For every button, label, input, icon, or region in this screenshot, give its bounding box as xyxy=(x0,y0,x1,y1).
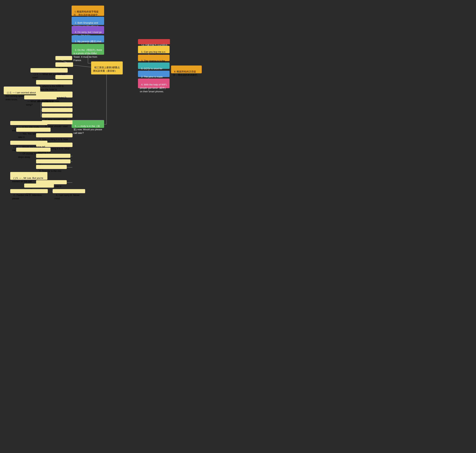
q4-optA: A. how many stops there are xyxy=(36,154,70,158)
right-q5: 5. CCTV is short for China C Television. xyxy=(138,63,170,69)
section1-q3: 3. On the（明信片), there is a photo of the … xyxy=(72,44,104,55)
q5-optA: A. I am sorry B. Never mind xyxy=(53,189,85,193)
q3-optA: A. how exciting it is B. how exciting is… xyxy=(36,133,73,137)
right-q1: 1. Can you buy me a s when you walk past… xyxy=(138,46,170,53)
right-q3: 3. The cinema is b the park, just on its… xyxy=(138,55,170,61)
all-right: — All right. xyxy=(55,56,72,60)
q5-stem: ( ) 5. — , Mr Lee. But you're wanted on … xyxy=(10,172,48,180)
right-section2: Ⅱ. 根据所给的汉语提示，用合适的单词填空。 xyxy=(171,65,202,73)
q2-singing: — What about singing a song? xyxy=(24,95,57,99)
q2-optB: B. what I can start with xyxy=(42,108,73,112)
right-q4: 4. With the help of WIFI, people can sen… xyxy=(138,78,170,88)
q3-yes: — Yes. You will know if you take it. xyxy=(16,128,51,132)
q4-optB: B. how many stops are there xyxy=(36,159,70,163)
q1-stem: ( ) 1. — What did you say just now? xyxy=(30,68,68,73)
q4-stem: ( ) 4. — Would you please tell me ? xyxy=(10,141,48,145)
q1-optA: A. where is the hotel B. where the hotel… xyxy=(36,80,73,85)
q1-asked: — I asked her. xyxy=(55,75,73,79)
q4-ofcourse: — Of course. It is two stops away. xyxy=(16,148,51,152)
q5-thanks: — Thanks. Is it my uncle? xyxy=(24,184,54,188)
q2-optC: C. how should I start with xyxy=(42,113,73,118)
section1-q1: 1. My parents (建议) that I join the Drawi… xyxy=(72,35,104,42)
q4-optC: C. how far is the zoo xyxy=(36,165,67,169)
right-q2: 2. The wine is made from the best（葡萄). xyxy=(138,71,170,77)
section3-title: Ⅲ. 单项选择 xyxy=(55,62,73,67)
right-section-title: 14-15新目标九Unit3同步练习Ⅰ xyxy=(138,39,170,44)
section1-title: Ⅰ. 根据所给的首字母提示，用合适的单词填空。 xyxy=(72,6,104,16)
q3-stem: ( ) 3. — Is the ride really exciting? xyxy=(10,121,48,125)
center-node: 初三英语上册第3课重点测试及答案（新目标） xyxy=(91,61,123,74)
section1-q2: 2. Both Shanghai and Nanjing are big cit… xyxy=(72,17,104,25)
section1-q4: 4. I'm sorry, but I must go now —I'm in … xyxy=(72,26,104,34)
q2-stem: ( ) 2. — I am worried about the coming s… xyxy=(4,86,40,94)
section5-andy: 5. — Andy is in the（浴室) now. Would you p… xyxy=(72,120,104,128)
q2-optA: A. how I can start with xyxy=(42,102,73,106)
q5-optC: C. Pardon me D. Attention, please xyxy=(10,189,48,193)
